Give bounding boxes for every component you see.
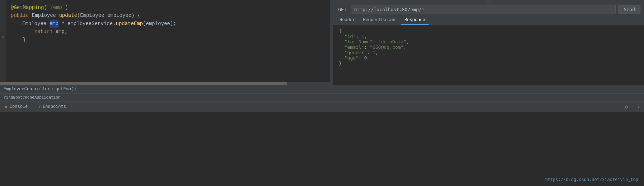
code-line-4: return emp; (11, 28, 330, 35)
breadcrumb-item-2[interactable]: getEmp() (56, 87, 76, 92)
code-line-3: Employee emp = employeeService.updateEmp… (11, 20, 330, 28)
code-scrollbar[interactable] (0, 82, 330, 85)
status-bar: ringBootCacheApplication (0, 94, 644, 101)
http-test-panel: GET Send Header RequestParams Response {… (333, 0, 644, 85)
http-panel-drag-handle[interactable] (333, 0, 644, 3)
code-paren-open: (" (44, 4, 50, 11)
code-param-employee: employee) { (104, 11, 140, 19)
download-icon[interactable]: ⬇ (638, 104, 640, 110)
code-editor-panel: ◁ @GetMapping("/emp") public Employee up… (0, 0, 330, 85)
http-response-body: { "id": 1, "lastName": "demoData", "emai… (333, 25, 644, 85)
separator-dot: · (631, 104, 635, 110)
keyword-return: return (34, 28, 52, 35)
type-employee-2: Employee (22, 20, 50, 28)
endpoints-tab-label: Endpoints (43, 104, 66, 109)
http-url-input[interactable] (351, 5, 615, 14)
code-scrollbar-thumb[interactable] (0, 82, 287, 85)
tab-requestparams[interactable]: RequestParams (359, 16, 400, 25)
breadcrumb-item-1[interactable]: EmployeeController (4, 87, 50, 92)
code-closing-brace: } (11, 36, 26, 44)
method-updateemp: updateEmp (116, 20, 143, 28)
bottom-panel: ▶ Console ⚡ Endpoints ⚙ · ⬇ (0, 101, 644, 186)
response-line-1: "id": 1, (339, 34, 638, 39)
line-gutter: ◁ (0, 0, 6, 85)
vertical-resizer[interactable] (330, 0, 333, 85)
type-employee: Employee (32, 11, 59, 19)
code-content: @GetMapping("/emp") public Employee upda… (0, 0, 330, 47)
http-tabs: Header RequestParams Response (333, 16, 644, 25)
code-open-paren: ( (77, 11, 80, 19)
gutter-arrow: ◁ (1, 34, 4, 40)
breadcrumb-bar: EmployeeController › getEmp() (0, 85, 644, 94)
http-method-label: GET (337, 6, 348, 13)
console-icon: ▶ (5, 104, 8, 110)
gear-icon[interactable]: ⚙ (625, 104, 628, 110)
code-line-1: @GetMapping("/emp") (11, 4, 330, 11)
breadcrumb-separator: › (52, 87, 54, 92)
bottom-tab-console[interactable]: ▶ Console (0, 102, 33, 111)
response-line-4: "gender": 1, (339, 50, 638, 55)
var-emp-highlighted: emp (50, 20, 59, 28)
keyword-public: public (11, 11, 32, 19)
code-call-close: (employee); (143, 20, 176, 28)
footer-blog-link[interactable]: https://blog.csdn.net/xiaofeivip_top (545, 177, 638, 182)
app-name-label: ringBootCacheApplication (4, 95, 60, 100)
response-line-3: "email": "666@qq.com", (339, 44, 638, 50)
bottom-right-actions: ⚙ · ⬇ (625, 104, 644, 110)
param-type-employee: Employee (80, 11, 104, 19)
main-area: ◁ @GetMapping("/emp") public Employee up… (0, 0, 644, 85)
code-paren-close: ") (62, 4, 68, 11)
code-line-2: public Employee update(Employee employee… (11, 11, 330, 19)
method-update: update (59, 11, 77, 19)
response-line-6: } (339, 61, 638, 66)
http-send-button[interactable]: Send (619, 5, 640, 14)
endpoints-icon: ⚡ (38, 104, 41, 110)
code-route: /emp (50, 4, 62, 11)
code-indent-2 (22, 28, 34, 35)
code-assign: = employeeService. (59, 20, 116, 28)
console-tab-label: Console (10, 104, 28, 109)
http-url-bar: GET Send (333, 3, 644, 16)
response-line-5: "age": 0 (339, 55, 638, 61)
tab-header[interactable]: Header (336, 16, 359, 25)
code-return-val: emp; (52, 28, 67, 35)
code-line-5: } (11, 36, 330, 44)
tab-response[interactable]: Response (401, 16, 429, 25)
bottom-tab-endpoints[interactable]: ⚡ Endpoints (33, 102, 71, 111)
response-line-0: { (339, 28, 638, 34)
bottom-tab-content (0, 112, 644, 186)
bottom-tabs-bar: ▶ Console ⚡ Endpoints ⚙ · ⬇ (0, 101, 644, 112)
response-line-2: "lastName": "demoData", (339, 39, 638, 44)
annotation-getmapping: @GetMapping (11, 4, 44, 11)
